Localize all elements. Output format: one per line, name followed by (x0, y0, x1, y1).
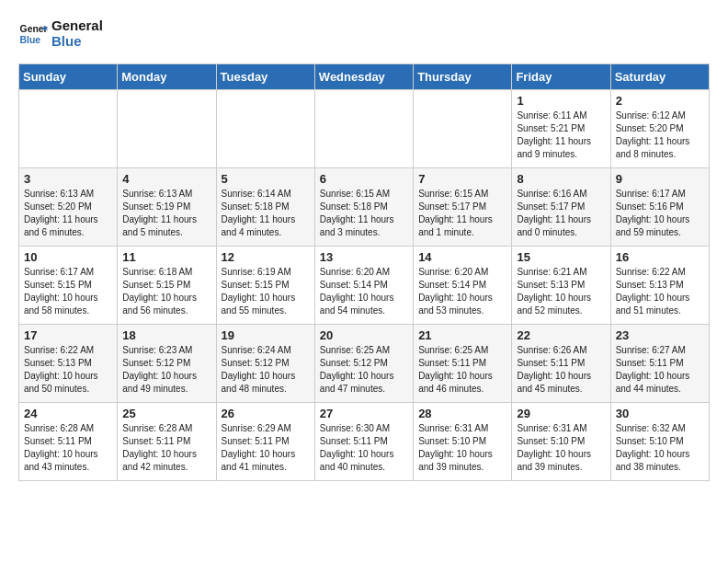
calendar-cell: 6Sunrise: 6:15 AMSunset: 5:18 PMDaylight… (314, 168, 413, 247)
day-number: 20 (320, 328, 408, 342)
calendar-cell: 11Sunrise: 6:18 AMSunset: 5:15 PMDayligh… (118, 247, 216, 325)
col-header-sunday: Sunday (19, 64, 118, 90)
calendar: SundayMondayTuesdayWednesdayThursdayFrid… (18, 63, 710, 481)
day-number: 23 (616, 328, 704, 342)
calendar-cell: 1Sunrise: 6:11 AMSunset: 5:21 PMDaylight… (512, 90, 610, 168)
logo-blue: Blue (51, 34, 103, 50)
calendar-cell: 22Sunrise: 6:26 AMSunset: 5:11 PMDayligh… (512, 325, 610, 403)
calendar-cell: 21Sunrise: 6:25 AMSunset: 5:11 PMDayligh… (414, 325, 512, 403)
day-number: 5 (222, 172, 310, 186)
cell-content: Sunrise: 6:17 AMSunset: 5:16 PMDaylight:… (616, 188, 704, 239)
calendar-cell: 10Sunrise: 6:17 AMSunset: 5:15 PMDayligh… (19, 247, 118, 325)
calendar-cell (414, 90, 512, 168)
calendar-cell: 17Sunrise: 6:22 AMSunset: 5:13 PMDayligh… (19, 325, 118, 403)
cell-content: Sunrise: 6:28 AMSunset: 5:11 PMDaylight:… (122, 422, 210, 474)
calendar-cell: 24Sunrise: 6:28 AMSunset: 5:11 PMDayligh… (19, 403, 118, 481)
calendar-cell: 3Sunrise: 6:13 AMSunset: 5:20 PMDaylight… (19, 168, 118, 247)
calendar-cell: 27Sunrise: 6:30 AMSunset: 5:11 PMDayligh… (314, 403, 413, 481)
cell-content: Sunrise: 6:13 AMSunset: 5:20 PMDaylight:… (24, 188, 112, 239)
day-number: 6 (320, 172, 408, 186)
cell-content: Sunrise: 6:27 AMSunset: 5:11 PMDaylight:… (616, 344, 704, 396)
cell-content: Sunrise: 6:23 AMSunset: 5:12 PMDaylight:… (122, 344, 210, 396)
calendar-cell: 29Sunrise: 6:31 AMSunset: 5:10 PMDayligh… (512, 403, 610, 481)
col-header-tuesday: Tuesday (216, 64, 314, 90)
cell-content: Sunrise: 6:28 AMSunset: 5:11 PMDaylight:… (24, 422, 112, 474)
day-number: 24 (24, 407, 112, 420)
day-number: 7 (418, 172, 506, 186)
calendar-cell: 18Sunrise: 6:23 AMSunset: 5:12 PMDayligh… (118, 325, 216, 403)
calendar-cell: 14Sunrise: 6:20 AMSunset: 5:14 PMDayligh… (414, 247, 512, 325)
cell-content: Sunrise: 6:22 AMSunset: 5:13 PMDaylight:… (616, 266, 704, 317)
cell-content: Sunrise: 6:26 AMSunset: 5:11 PMDaylight:… (517, 344, 605, 396)
calendar-cell: 28Sunrise: 6:31 AMSunset: 5:10 PMDayligh… (414, 403, 512, 481)
calendar-cell: 2Sunrise: 6:12 AMSunset: 5:20 PMDaylight… (610, 90, 709, 168)
day-number: 17 (24, 328, 112, 342)
calendar-week-row: 24Sunrise: 6:28 AMSunset: 5:11 PMDayligh… (19, 403, 710, 481)
cell-content: Sunrise: 6:30 AMSunset: 5:11 PMDaylight:… (320, 422, 408, 474)
day-number: 27 (320, 407, 408, 420)
cell-content: Sunrise: 6:29 AMSunset: 5:11 PMDaylight:… (222, 422, 310, 474)
cell-content: Sunrise: 6:17 AMSunset: 5:15 PMDaylight:… (24, 266, 112, 317)
day-number: 14 (418, 250, 506, 264)
cell-content: Sunrise: 6:15 AMSunset: 5:18 PMDaylight:… (320, 188, 408, 239)
cell-content: Sunrise: 6:22 AMSunset: 5:13 PMDaylight:… (24, 344, 112, 396)
cell-content: Sunrise: 6:12 AMSunset: 5:20 PMDaylight:… (616, 109, 704, 161)
day-number: 15 (517, 250, 605, 264)
calendar-cell (19, 90, 118, 168)
logo-general: General (51, 18, 103, 34)
calendar-cell (216, 90, 314, 168)
calendar-cell: 30Sunrise: 6:32 AMSunset: 5:10 PMDayligh… (610, 403, 709, 481)
calendar-cell: 12Sunrise: 6:19 AMSunset: 5:15 PMDayligh… (216, 247, 314, 325)
cell-content: Sunrise: 6:25 AMSunset: 5:11 PMDaylight:… (418, 344, 506, 396)
calendar-cell: 8Sunrise: 6:16 AMSunset: 5:17 PMDaylight… (512, 168, 610, 247)
calendar-week-row: 1Sunrise: 6:11 AMSunset: 5:21 PMDaylight… (19, 90, 710, 168)
day-number: 1 (517, 94, 605, 108)
calendar-cell: 20Sunrise: 6:25 AMSunset: 5:12 PMDayligh… (314, 325, 413, 403)
cell-content: Sunrise: 6:25 AMSunset: 5:12 PMDaylight:… (320, 344, 408, 396)
day-number: 16 (616, 250, 704, 264)
calendar-header-row: SundayMondayTuesdayWednesdayThursdayFrid… (19, 64, 710, 90)
col-header-wednesday: Wednesday (314, 64, 413, 90)
cell-content: Sunrise: 6:21 AMSunset: 5:13 PMDaylight:… (517, 266, 605, 317)
calendar-cell (314, 90, 413, 168)
cell-content: Sunrise: 6:20 AMSunset: 5:14 PMDaylight:… (320, 266, 408, 317)
day-number: 9 (616, 172, 704, 186)
day-number: 22 (517, 328, 605, 342)
cell-content: Sunrise: 6:14 AMSunset: 5:18 PMDaylight:… (222, 188, 310, 239)
cell-content: Sunrise: 6:18 AMSunset: 5:15 PMDaylight:… (122, 266, 210, 317)
calendar-cell: 13Sunrise: 6:20 AMSunset: 5:14 PMDayligh… (314, 247, 413, 325)
day-number: 12 (222, 250, 310, 264)
calendar-cell: 9Sunrise: 6:17 AMSunset: 5:16 PMDaylight… (610, 168, 709, 247)
day-number: 13 (320, 250, 408, 264)
day-number: 3 (24, 172, 112, 186)
calendar-cell: 7Sunrise: 6:15 AMSunset: 5:17 PMDaylight… (414, 168, 512, 247)
day-number: 30 (616, 407, 704, 420)
col-header-monday: Monday (118, 64, 216, 90)
cell-content: Sunrise: 6:31 AMSunset: 5:10 PMDaylight:… (517, 422, 605, 474)
logo: General Blue General Blue (18, 18, 103, 49)
cell-content: Sunrise: 6:24 AMSunset: 5:12 PMDaylight:… (222, 344, 310, 396)
calendar-cell: 5Sunrise: 6:14 AMSunset: 5:18 PMDaylight… (216, 168, 314, 247)
cell-content: Sunrise: 6:31 AMSunset: 5:10 PMDaylight:… (418, 422, 506, 474)
day-number: 10 (24, 250, 112, 264)
day-number: 2 (616, 94, 704, 108)
calendar-cell: 25Sunrise: 6:28 AMSunset: 5:11 PMDayligh… (118, 403, 216, 481)
calendar-cell: 4Sunrise: 6:13 AMSunset: 5:19 PMDaylight… (118, 168, 216, 247)
calendar-week-row: 3Sunrise: 6:13 AMSunset: 5:20 PMDaylight… (19, 168, 710, 247)
cell-content: Sunrise: 6:15 AMSunset: 5:17 PMDaylight:… (418, 188, 506, 239)
day-number: 21 (418, 328, 506, 342)
day-number: 25 (122, 407, 210, 420)
day-number: 26 (222, 407, 310, 420)
day-number: 4 (122, 172, 210, 186)
page-header: General Blue General Blue (18, 18, 710, 49)
calendar-cell: 16Sunrise: 6:22 AMSunset: 5:13 PMDayligh… (610, 247, 709, 325)
cell-content: Sunrise: 6:16 AMSunset: 5:17 PMDaylight:… (517, 188, 605, 239)
calendar-cell: 15Sunrise: 6:21 AMSunset: 5:13 PMDayligh… (512, 247, 610, 325)
cell-content: Sunrise: 6:20 AMSunset: 5:14 PMDaylight:… (418, 266, 506, 317)
cell-content: Sunrise: 6:32 AMSunset: 5:10 PMDaylight:… (616, 422, 704, 474)
cell-content: Sunrise: 6:19 AMSunset: 5:15 PMDaylight:… (222, 266, 310, 317)
day-number: 11 (122, 250, 210, 264)
calendar-week-row: 10Sunrise: 6:17 AMSunset: 5:15 PMDayligh… (19, 247, 710, 325)
cell-content: Sunrise: 6:11 AMSunset: 5:21 PMDaylight:… (517, 109, 605, 161)
calendar-week-row: 17Sunrise: 6:22 AMSunset: 5:13 PMDayligh… (19, 325, 710, 403)
